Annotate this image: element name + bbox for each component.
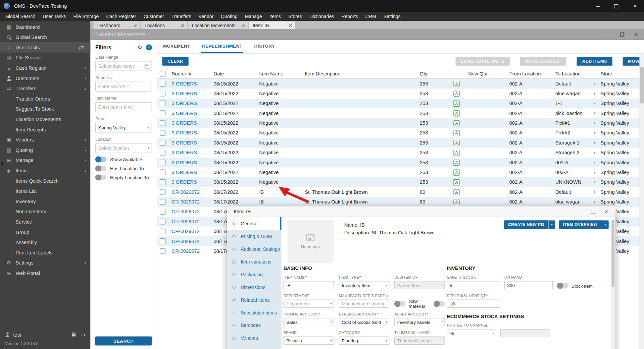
view-tab-replenishment[interactable]: REPLENISHMENT	[201, 44, 243, 53]
menu-file-storage[interactable]: File Storage	[70, 12, 103, 21]
row-checkbox[interactable]	[160, 238, 165, 244]
source-link[interactable]: CR-0029072	[172, 229, 200, 234]
menu-user-tasks[interactable]: User Tasks	[39, 12, 69, 21]
modal-nav-dimensions[interactable]: ○Dimensions	[227, 281, 281, 293]
table-row[interactable]: CR-002907208/17/2022IBSt. Thomas Oak Lig…	[157, 187, 644, 197]
sidebar-item-transfers[interactable]: ⇄Transfers▴	[0, 83, 90, 94]
modal-scrollbar[interactable]	[611, 219, 615, 349]
sidebar-item-item-receipts[interactable]: Item Receipts	[0, 124, 90, 135]
modal-nav-packaging[interactable]: ○Packaging	[227, 268, 281, 281]
menu-global-search[interactable]: Global Search	[2, 12, 39, 21]
sidebar-item-transfer-orders[interactable]: Transfer Orders	[0, 94, 90, 104]
clear-filters-icon[interactable]	[146, 44, 152, 50]
sidebar-item-vendors[interactable]: ▣Vendors▾	[0, 134, 90, 145]
menu-settings[interactable]: Settings	[380, 12, 404, 21]
expense-account-select[interactable]: Cost of Goods Sold	[339, 318, 390, 326]
window-close-button[interactable]	[629, 30, 643, 39]
select-all-checkbox[interactable]	[160, 71, 165, 77]
sidebar-item-manage[interactable]: ⊞Manage▾	[0, 155, 90, 166]
table-row[interactable]: 3 ORDERS08/15/2022Negative253002-AStorag…	[157, 138, 644, 148]
window-minimize-button[interactable]	[601, 30, 615, 39]
safety-stock-input[interactable]	[447, 281, 500, 289]
modal-close-button[interactable]	[600, 207, 613, 216]
search-button[interactable]: SEARCH	[95, 337, 152, 346]
modal-nav-pricing-uom[interactable]: ○Pricing & UOM	[227, 230, 281, 242]
row-checkbox[interactable]	[160, 91, 165, 96]
stock-item-toggle[interactable]	[557, 283, 568, 288]
source-link[interactable]: 3 ORDERS	[172, 179, 197, 185]
income-account-select[interactable]: Sales	[283, 318, 334, 326]
cell-to-location[interactable]: Default	[555, 79, 601, 89]
tab-dashboard[interactable]: Dashboard	[94, 21, 140, 29]
modal-nav-barcodes[interactable]: ○Barcodes	[227, 319, 281, 332]
row-checkbox[interactable]	[160, 101, 165, 106]
row-checkbox[interactable]	[160, 160, 165, 165]
item-name-input[interactable]	[283, 281, 334, 289]
source-field[interactable]	[95, 82, 152, 92]
source-link[interactable]: 3 ORDERS	[172, 81, 197, 86]
asset-account-select[interactable]: Inventory Assets	[394, 318, 445, 326]
posted-to-channel-select[interactable]: %	[447, 329, 496, 337]
source-link[interactable]: 3 ORDERS	[172, 169, 197, 175]
table-row[interactable]: 3 ORDERS08/15/2022Negative253002-Apick l…	[157, 108, 644, 118]
table-row[interactable]: 3 ORDERS08/15/2022Negative253002-APick#2…	[157, 128, 644, 138]
minimize-button[interactable]	[589, 0, 607, 12]
menu-reports[interactable]: Reports	[338, 12, 361, 21]
scrollbar-thumb[interactable]	[640, 67, 644, 104]
table-row[interactable]: 3 ORDERS08/15/2022Negative253002-AUNKNOW…	[157, 177, 644, 187]
maximize-button[interactable]	[607, 0, 626, 12]
view-tab-movement[interactable]: MOVEMENT	[162, 44, 191, 53]
row-checkbox[interactable]	[160, 120, 165, 126]
cell-to-location[interactable]: Pick#1	[555, 118, 601, 128]
cell-to-location[interactable]: Pick#2	[555, 128, 601, 138]
table-row[interactable]: 3 ORDERS08/15/2022Negative253002-AStorag…	[157, 148, 644, 158]
row-checkbox[interactable]	[160, 150, 165, 156]
panel-collapse-icon[interactable]	[0, 161, 3, 166]
menu-manage[interactable]: Manage	[241, 12, 266, 21]
row-checkbox[interactable]	[160, 169, 165, 175]
row-checkbox[interactable]	[160, 110, 165, 116]
modal-nav-vendors[interactable]: ○Vendors	[227, 332, 281, 344]
chevron-down-icon[interactable]	[548, 220, 555, 229]
lock-icon[interactable]	[72, 333, 76, 336]
source-link[interactable]: CR-0029072	[172, 238, 200, 244]
modal-nav-substituted-items[interactable]: ⇄Substituted items	[227, 306, 281, 319]
sidebar-item-assembly[interactable]: Assembly	[0, 237, 90, 247]
sidebar-item-items[interactable]: ◈Items▴	[0, 165, 90, 176]
table-row[interactable]: CR-002907208/17/2022IBSt. Thomas Oak Lig…	[157, 197, 644, 207]
source-link[interactable]: 3 ORDERS	[172, 160, 197, 165]
view-tab-history[interactable]: HISTORY	[253, 44, 276, 53]
category-select[interactable]: Flooring	[339, 337, 390, 345]
cell-to-location[interactable]: blue wagan	[555, 89, 601, 98]
table-row[interactable]: 3 ORDERS08/15/2022Negative253002-A1-1Spr…	[157, 99, 644, 108]
auto-suggest-button[interactable]: AUTO SUGGEST	[520, 57, 566, 66]
cell-to-location[interactable]: pick loaction	[555, 108, 601, 118]
tab-close-icon[interactable]	[288, 22, 292, 28]
menu-cash-register[interactable]: Cash Register	[102, 12, 140, 21]
cell-to-location[interactable]: Storage# 2	[555, 148, 601, 158]
manufacturer-s-part-input[interactable]	[339, 299, 390, 307]
create-new-po-button[interactable]: CREATE NEW PO	[504, 220, 555, 229]
row-checkbox[interactable]	[160, 81, 165, 86]
row-checkbox[interactable]	[160, 199, 165, 205]
tab-item-ib[interactable]: Item: IB	[249, 21, 295, 29]
menu-stores[interactable]: Stores	[285, 12, 306, 21]
table-row[interactable]: 3 ORDERS08/15/2022Negative253002-A003-AS…	[157, 167, 644, 177]
date-range-input[interactable]	[98, 64, 145, 69]
sidebar-item-user-tasks[interactable]: ✓User Tasks(2)	[0, 42, 90, 53]
cell-to-location[interactable]: 001-A	[555, 158, 601, 167]
sidebar-item-non-inventory[interactable]: Non Inventory	[0, 207, 90, 217]
brand-select[interactable]: Biscuits	[283, 337, 334, 345]
sidebar-item-inventory[interactable]: Inventory	[0, 196, 90, 207]
sidebar-item-service[interactable]: Service	[0, 217, 90, 227]
tab-locations[interactable]: Locations	[141, 21, 187, 29]
calendar-icon[interactable]	[145, 64, 149, 68]
table-row[interactable]: 3 ORDERS08/15/2022Negative253002-Ablue w…	[157, 89, 644, 98]
sidebar-item-location-movements[interactable]: Location Movements	[0, 114, 90, 124]
sidebar-item-items-list[interactable]: Items List	[0, 186, 90, 196]
sidebar-item-print-item-labels[interactable]: Print Item Labels	[0, 247, 90, 258]
table-row[interactable]: 3 ORDERS08/15/2022Negative253002-APick#1…	[157, 118, 644, 128]
add-items-button[interactable]: ADD ITEMS	[577, 57, 612, 66]
row-checkbox[interactable]	[160, 219, 165, 224]
source-input[interactable]	[98, 84, 149, 89]
